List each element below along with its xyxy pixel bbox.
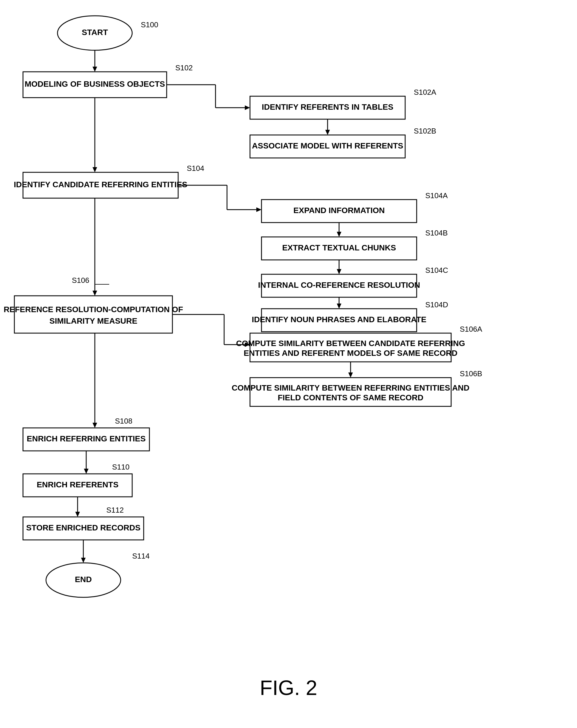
s108-node: ENRICH REFERRING ENTITIES [27,434,146,443]
s102a-node: IDENTIFY REFERENTS IN TABLES [262,103,393,111]
s104-label: S104 [187,164,204,173]
figure-caption: FIG. 2 [260,676,317,699]
svg-marker-7 [245,105,250,110]
s106-node: REFERENCE RESOLUTION-COMPUTATION OF [4,305,183,314]
s102b-node: ASSOCIATE MODEL WITH REFERENTS [252,141,403,150]
svg-marker-39 [348,372,353,378]
svg-marker-27 [337,304,342,309]
s106-label: S106 [72,276,90,285]
end-node: END [75,575,92,584]
s104a-label: S104A [425,191,448,200]
s108-label: S108 [115,417,132,425]
s114-label: S114 [132,552,150,560]
svg-marker-30 [93,291,97,296]
s106b-node: COMPUTE SIMILARITY BETWEEN REFERRING ENT… [232,383,470,392]
svg-marker-24 [337,269,342,274]
svg-marker-10 [325,130,330,135]
s100-label: S100 [141,20,158,29]
s102b-label: S102B [414,127,436,135]
svg-marker-21 [337,232,342,237]
s104d-node: IDENTIFY NOUN PHRASES AND ELABORATE [252,315,426,324]
s110-node: ENRICH REFERENTS [37,480,119,489]
svg-marker-45 [84,469,89,474]
s104-node: IDENTIFY CANDIDATE REFERRING ENTITIES [14,180,187,189]
svg-marker-48 [75,512,80,517]
s102-node: MODELING OF BUSINESS OBJECTS [25,80,165,88]
s104c-node: INTERNAL CO-REFERENCE RESOLUTION [258,281,420,289]
svg-marker-42 [93,423,97,428]
s106a-node: COMPUTE SIMILARITY BETWEEN CANDIDATE REF… [236,339,465,348]
s112-label: S112 [106,506,124,514]
s104a-node: EXPAND INFORMATION [293,206,385,215]
svg-marker-13 [93,167,97,172]
s106b-node-2: FIELD CONTENTS OF SAME RECORD [278,393,423,402]
svg-marker-18 [256,207,261,212]
s106a-node-2: ENTITIES AND REFERENT MODELS OF SAME REC… [244,348,457,358]
start-node: START [82,28,108,37]
s104d-label: S104D [425,301,448,309]
s112-node: STORE ENRICHED RECORDS [26,523,141,532]
s104b-node: EXTRACT TEXTUAL CHUNKS [282,243,396,252]
s104c-label: S104C [425,266,448,275]
s104b-label: S104B [425,229,448,237]
s106b-label: S106B [460,369,482,378]
svg-rect-32 [15,296,172,333]
s110-label: S110 [112,463,130,471]
svg-marker-51 [81,558,85,563]
svg-marker-2 [93,67,97,72]
s106-node-2: SIMILARITY MEASURE [49,316,137,326]
flowchart-diagram: START S100 MODELING OF BUSINESS OBJECTS … [0,0,577,728]
s106a-label: S106A [460,325,482,333]
s102a-label: S102A [414,88,436,97]
s102-label: S102 [175,63,193,72]
